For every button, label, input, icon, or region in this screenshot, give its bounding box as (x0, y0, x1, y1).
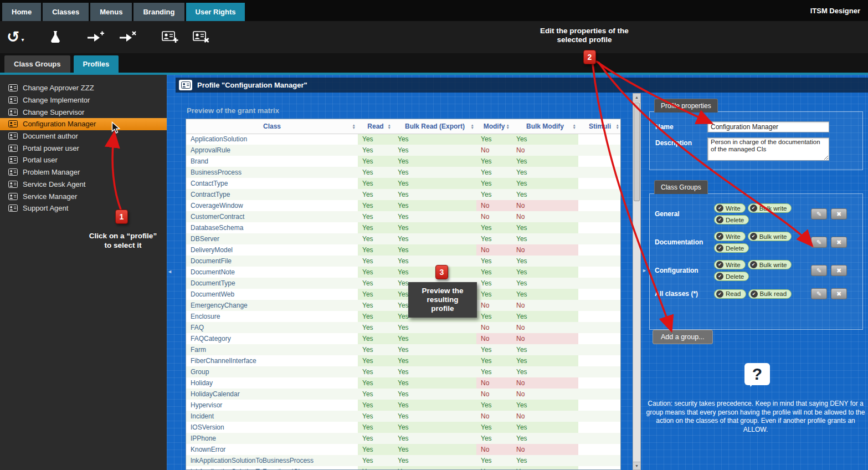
grant-cell: Yes (393, 200, 476, 211)
edit-group-button[interactable]: ✎ (811, 265, 827, 276)
nav-tab-menus[interactable]: Menus (90, 3, 132, 21)
grant-cell: Yes (393, 366, 476, 377)
profile-item-label: Support Agent (23, 204, 68, 212)
profiles-sidebar: Change Approver ZZZ Change Implementor C… (0, 75, 167, 470)
undo-menu-caret-icon[interactable]: ▾ (21, 37, 24, 45)
class-name-cell: lnkApplicationSolutionToFunctionalCI (186, 466, 358, 470)
table-row: ContractTypeYesYesYesYes (186, 189, 621, 200)
scrollbar-thumb[interactable] (634, 103, 640, 201)
grant-cell (578, 244, 621, 256)
grant-badges: ✔Write✔Bulk write✔Delete (714, 260, 807, 281)
profile-item-change-implementor[interactable]: Change Implementor (0, 94, 167, 106)
remove-group-button[interactable]: ✖ (831, 288, 847, 299)
sort-icon[interactable]: ▲ ▼ (616, 123, 619, 129)
remove-group-button[interactable]: ✖ (831, 208, 847, 219)
profile-item-change-supervisor[interactable]: Change Supervisor (0, 106, 167, 118)
remove-grants-icon (119, 30, 136, 44)
profile-item-configuration-manager[interactable]: Configuration Manager (0, 118, 167, 130)
profile-item-support-agent[interactable]: Support Agent (0, 202, 167, 214)
tab-profiles[interactable]: Profiles (74, 55, 119, 73)
table-row: HolidayYesYesNoNo (186, 377, 621, 389)
class-name-cell: ContactType (186, 178, 358, 189)
tab-class-groups[interactable]: Class Groups (4, 55, 70, 73)
name-input[interactable] (707, 121, 829, 132)
edit-group-button[interactable]: ✎ (811, 288, 827, 299)
undo-button[interactable]: ↺ ▾ (7, 29, 24, 45)
grant-cell: Yes (358, 300, 393, 311)
profile-item-portal-power-user[interactable]: Portal power user (0, 142, 167, 154)
left-splitter-handle[interactable]: ◄ (167, 269, 172, 274)
test-profile-button[interactable] (50, 30, 61, 44)
grant-cell: No (512, 211, 578, 222)
grant-cell: Yes (476, 222, 512, 233)
grant-cell (578, 156, 621, 167)
nav-tab-classes[interactable]: Classes (43, 3, 89, 21)
profile-item-service-desk-agent[interactable]: Service Desk Agent (0, 178, 167, 191)
profile-item-service-manager[interactable]: Service Manager (0, 190, 167, 202)
grant-badge-bulk-write: ✔Bulk write (748, 203, 792, 213)
grant-cell: No (476, 377, 512, 389)
grant-cell: Yes (512, 433, 578, 444)
remove-group-button[interactable]: ✖ (831, 237, 847, 248)
grant-cell (578, 167, 621, 178)
profile-item-portal-user[interactable]: Portal user (0, 154, 167, 166)
grant-cell: Yes (393, 167, 476, 178)
profile-card-icon (8, 120, 18, 127)
sort-icon[interactable]: ▲ ▼ (471, 123, 474, 129)
grant-cell: Yes (512, 167, 578, 178)
table-row: lnkApplicationSolutionToBusinessProcessY… (186, 455, 621, 466)
column-header-stimuli[interactable]: Stimuli▲ ▼ (578, 119, 621, 134)
column-header-label: Read (367, 122, 383, 130)
column-header-class[interactable]: Class▲ ▼ (186, 119, 358, 134)
vertical-scrollbar[interactable]: ▲ ▼ (633, 93, 641, 470)
grant-badges: ✔Read✔Bulk read (714, 289, 807, 299)
class-name-cell: DocumentFile (186, 256, 358, 267)
profile-item-label: Service Desk Agent (23, 180, 85, 188)
table-row: IOSVersionYesYesYesYes (186, 422, 621, 433)
remove-grants-button[interactable] (119, 30, 136, 44)
grant-cell: Yes (476, 344, 512, 355)
edit-group-button[interactable]: ✎ (811, 208, 827, 219)
column-header-read[interactable]: Read▲ ▼ (358, 119, 393, 134)
grant-cell: Yes (358, 455, 393, 466)
nav-tab-home[interactable]: Home (2, 3, 41, 21)
add-group-button[interactable]: Add a group... (653, 330, 713, 344)
sort-icon[interactable]: ▲ ▼ (352, 123, 356, 129)
table-row: IncidentYesYesNoNo (186, 411, 621, 422)
table-row: ApprovalRuleYesYesNoNo (186, 145, 621, 156)
grant-cell: Yes (512, 156, 578, 167)
table-row: CustomerContractYesYesNoNo (186, 211, 621, 222)
sort-icon[interactable]: ▲ ▼ (506, 123, 510, 129)
sort-icon[interactable]: ▲ ▼ (388, 123, 391, 129)
class-name-cell: HolidayCalendar (186, 389, 358, 400)
edit-group-button[interactable]: ✎ (811, 237, 827, 248)
import-grants-button[interactable] (86, 30, 104, 44)
table-row: HypervisorYesYesYesYes (186, 400, 621, 411)
grant-cell: Yes (512, 233, 578, 244)
column-header-bulk-read-export[interactable]: Bulk Read (Export)▲ ▼ (393, 119, 476, 134)
table-row: EnclosureYesYesYesYes (186, 311, 621, 322)
delete-profile-button[interactable] (193, 30, 209, 44)
scroll-down-button[interactable]: ▼ (633, 462, 640, 469)
grant-cell (578, 233, 621, 244)
profile-item-problem-manager[interactable]: Problem Manager (0, 166, 167, 178)
scroll-up-button[interactable]: ▲ (633, 94, 640, 101)
description-input[interactable]: Person in charge of the documentation of… (707, 137, 829, 161)
column-header-bulk-modify[interactable]: Bulk Modify▲ ▼ (512, 119, 578, 134)
remove-group-button[interactable]: ✖ (831, 265, 847, 276)
grant-cell: Yes (358, 422, 393, 433)
profile-item-change-approver-zzz[interactable]: Change Approver ZZZ (0, 82, 167, 94)
table-row: HolidayCalendarYesYesNoNo (186, 389, 621, 400)
profile-item-document-author[interactable]: Document author (0, 130, 167, 142)
sort-icon[interactable]: ▲ ▼ (573, 123, 576, 129)
nav-tab-user-rights[interactable]: User Rights (186, 3, 245, 21)
column-header-modify[interactable]: Modify▲ ▼ (476, 119, 512, 134)
grant-cell: Yes (393, 466, 476, 470)
class-name-cell: DBServer (186, 233, 358, 244)
grant-badges: ✔Write✔Bulk write✔Delete (714, 232, 807, 253)
right-splitter-handle[interactable]: ► (642, 268, 647, 273)
grant-cell (578, 411, 621, 422)
add-profile-button[interactable] (162, 30, 178, 44)
check-icon: ✔ (716, 233, 723, 240)
nav-tab-branding[interactable]: Branding (133, 3, 184, 21)
